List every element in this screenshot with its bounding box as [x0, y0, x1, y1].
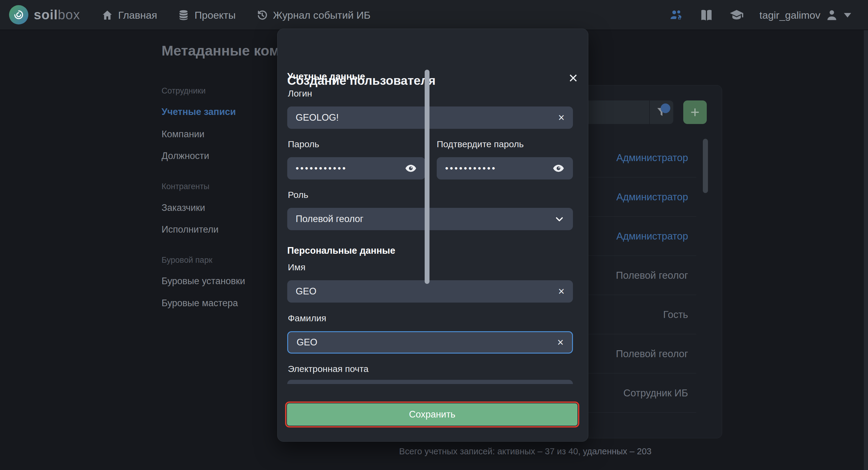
sidebar-item-executors[interactable]: Исполнители — [161, 224, 218, 235]
role-label: Роль — [288, 190, 308, 200]
login-label: Логин — [288, 88, 312, 99]
table-scrollbar[interactable] — [703, 139, 708, 193]
caret-down-icon — [844, 13, 851, 18]
role-cell: Администратор — [616, 231, 688, 242]
email-label: Электронная почта — [288, 364, 369, 374]
clear-icon[interactable]: × — [558, 112, 564, 123]
sidebar-group-drilling-park: Буровой парк — [161, 256, 212, 265]
brand[interactable]: soilbox — [9, 5, 80, 24]
sidebar-group-employees: Сотрудники — [161, 86, 206, 96]
nav-item-security-log[interactable]: Журнал событий ИБ — [256, 9, 370, 21]
role-cell: Гость — [663, 309, 688, 320]
nav-item-label: Журнал событий ИБ — [273, 9, 370, 21]
add-user-button[interactable]: + — [683, 100, 707, 124]
email-field[interactable] — [287, 380, 573, 384]
clear-icon[interactable]: × — [557, 337, 564, 348]
clear-icon[interactable]: × — [558, 286, 564, 297]
password-label: Пароль — [288, 139, 319, 149]
close-icon[interactable]: × — [569, 70, 578, 86]
history-icon — [256, 9, 268, 21]
topbar-right: tagir_galimov — [669, 0, 851, 30]
role-cell: Администратор — [616, 152, 688, 164]
first-name-value: GEO — [296, 286, 316, 297]
plus-icon: + — [690, 105, 700, 120]
sidebar-item-companies[interactable]: Компании — [161, 129, 204, 140]
user-management-icon[interactable] — [669, 8, 684, 22]
user-icon — [825, 8, 838, 22]
nav-item-label: Проекты — [194, 9, 236, 21]
database-icon — [178, 9, 190, 21]
eye-icon[interactable] — [405, 162, 417, 174]
graduation-cap-icon[interactable] — [730, 8, 744, 22]
chevron-down-icon — [554, 213, 565, 225]
role-cell: Администратор — [616, 191, 688, 203]
login-value: GEOLOG! — [296, 112, 339, 123]
last-name-field[interactable]: GEO × — [287, 331, 573, 354]
login-field[interactable]: GEOLOG! × — [287, 107, 573, 129]
last-name-label: Фамилия — [288, 313, 326, 323]
filter-button[interactable] — [650, 100, 673, 124]
first-name-field[interactable]: GEO × — [287, 280, 573, 302]
brand-name: soilbox — [34, 7, 80, 22]
role-cell: Сотрудник ИБ — [623, 387, 688, 399]
sidebar-item-drilling-rigs[interactable]: Буровые установки — [161, 276, 245, 287]
nav-item-home[interactable]: Главная — [101, 9, 157, 21]
password-confirm-mask: ••••••••••• — [445, 163, 497, 173]
password-field[interactable]: ••••••••••• — [287, 157, 425, 179]
section-credentials: Учетные данные — [287, 71, 365, 82]
nav-item-projects[interactable]: Проекты — [178, 9, 236, 21]
role-cell: Полевой геолог — [616, 270, 688, 281]
password-mask: ••••••••••• — [296, 163, 347, 173]
user-menu[interactable]: tagir_galimov — [760, 8, 851, 22]
password-confirm-label: Подтвердите пароль — [437, 139, 524, 149]
save-button[interactable]: Сохранить — [287, 403, 578, 425]
first-name-label: Имя — [288, 262, 305, 272]
top-navigation: Главная Проекты Журнал событий ИБ — [101, 0, 370, 30]
filter-active-badge — [661, 104, 670, 113]
section-personal: Персональные данные — [287, 245, 395, 256]
role-select[interactable]: Полевой геолог — [287, 208, 573, 230]
accounts-summary: Всего учетных записей: активных – 37 из … — [329, 446, 722, 457]
page-scrollbar[interactable] — [864, 30, 868, 470]
sidebar-item-customers[interactable]: Заказчики — [161, 202, 205, 213]
create-user-modal: Создание пользователя × Учетные данные Л… — [277, 29, 588, 442]
soilbox-logo-icon — [9, 5, 28, 24]
topbar: soilbox Главная Проекты Журнал событий И… — [0, 0, 868, 30]
nav-item-label: Главная — [118, 9, 157, 21]
save-button-label: Сохранить — [409, 409, 456, 420]
modal-scrollbar[interactable] — [425, 70, 430, 284]
sidebar-item-accounts[interactable]: Учетные записи — [161, 107, 236, 117]
book-icon[interactable] — [699, 8, 714, 22]
sidebar-item-positions[interactable]: Должности — [161, 150, 209, 161]
eye-icon[interactable] — [553, 162, 564, 174]
role-cell: Полевой геолог — [616, 348, 688, 360]
username: tagir_galimov — [760, 9, 820, 21]
sidebar-group-contractors: Контрагенты — [161, 182, 210, 191]
sidebar-item-drilling-masters[interactable]: Буровые мастера — [161, 298, 238, 309]
home-icon — [101, 9, 113, 21]
last-name-value: GEO — [297, 337, 317, 348]
role-value: Полевой геолог — [296, 213, 364, 225]
password-confirm-field[interactable]: ••••••••••• — [437, 157, 573, 179]
